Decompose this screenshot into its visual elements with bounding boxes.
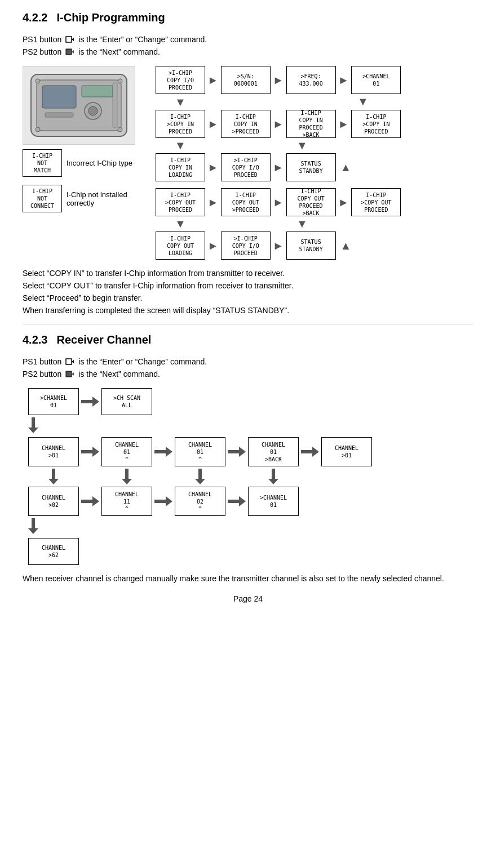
error-not-match-row: I-CHIP NOT MATCH Incorrect I-Chip type: [23, 149, 147, 177]
arrow-r5-2: ►: [273, 239, 284, 252]
ch-down-1: [28, 417, 473, 435]
flow-box-r4c2: I-CHIP COPY OUT >PROCEED: [221, 188, 271, 216]
flow-row-5: I-CHIP COPY OUT LOADING ► >I-CHIP COPY I…: [156, 232, 473, 260]
ch-row-2: CHANNEL >01 CHANNEL 01 ^ CHANNEL 01 ^ CH…: [28, 437, 473, 466]
down-arrows-1: ▼ ▼: [156, 95, 473, 109]
arrow-down-3-1: ▼: [175, 217, 186, 230]
ps1-label-423: PS1 button: [23, 357, 61, 366]
ch-box-r3c4: >CHANNEL 01: [248, 487, 299, 516]
ps2-line-423: PS2 button is the “Next” command.: [23, 369, 473, 379]
flow-box-r4c3: I-CHIP COPY OUT PROCEED >BACK: [286, 188, 336, 216]
ch-box-r3c3: CHANNEL 02 ^: [175, 487, 225, 516]
flow-box-r3c2: >I-CHIP COPY I/O PROCEED: [221, 153, 271, 181]
flow-box-r5c2: >I-CHIP COPY I/O PROCEED: [221, 232, 271, 260]
ch-row-4: CHANNEL >62: [28, 538, 473, 565]
ch-box-r4c1: CHANNEL >62: [28, 538, 79, 565]
down-arrows-2: ▼ ▼: [156, 139, 473, 152]
ps1-icon-423: [65, 357, 75, 367]
flow-box-r2c2: I-CHIP COPY IN >PROCEED: [221, 110, 271, 138]
ps1-desc-422: is the “Enter” or “Change” command.: [78, 35, 207, 44]
svg-point-12: [36, 79, 40, 83]
ps1-line-422: PS1 button is the “Enter” or “Change” co…: [23, 34, 473, 44]
svg-point-14: [36, 127, 40, 132]
svg-point-13: [118, 79, 122, 83]
ch-box-start1: >CHANNEL 01: [28, 388, 79, 415]
svg-point-9: [88, 106, 98, 115]
arrow-r4-2: ►: [273, 196, 284, 209]
svg-marker-30: [81, 496, 99, 506]
error-not-connect-row: I-CHIP NOT CONNECT I-Chip not installed …: [23, 185, 147, 212]
error-not-match-label: Incorrect I-Chip type: [67, 159, 132, 167]
arrow-down-1-4: ▼: [357, 95, 369, 109]
ch-box-r2c1: CHANNEL >01: [28, 437, 79, 466]
bold-arrow-down-r2c1: [48, 469, 59, 484]
ch-box-r3c1: CHANNEL >02: [28, 487, 79, 516]
ps2-icon-422: [65, 47, 75, 57]
arrow-r2-1: ►: [207, 118, 219, 131]
flow-box-r2c3: I-CHIP COPY IN PROCEED >BACK: [286, 110, 336, 138]
bold-arrow-down-r2c2: [122, 469, 132, 484]
error-not-match-text: I-CHIP NOT MATCH: [32, 152, 52, 174]
ps1-icon-422: [65, 34, 75, 44]
ch-down-3: [28, 518, 473, 536]
error-not-connect-label: I-Chip not installed correctly: [67, 190, 147, 207]
svg-marker-3: [72, 50, 74, 54]
flow-row-2: I-CHIP >COPY IN PROCEED ► I-CHIP COPY IN…: [156, 110, 473, 138]
bold-arrow-down-1: [28, 417, 38, 433]
flow-box-r1c1: >I-CHIP COPY I/O PROCEED: [156, 66, 205, 94]
bold-arrow-r2-4: [301, 447, 319, 457]
svg-rect-10: [45, 113, 73, 117]
ps2-line-422: PS2 button is the “Next” command.: [23, 47, 473, 57]
svg-rect-0: [66, 37, 72, 42]
ps2-desc-423: is the “Next” command.: [78, 370, 160, 379]
arrow-r4-3: ►: [338, 196, 349, 209]
svg-marker-26: [48, 469, 59, 484]
flow-row-4: I-CHIP >COPY OUT PROCEED ► I-CHIP COPY O…: [156, 188, 473, 216]
bold-arrow-down-r2c4: [268, 469, 278, 484]
svg-marker-29: [268, 469, 278, 484]
arrow-r2-2: ►: [273, 118, 284, 131]
error-not-connect-text: I-CHIP NOT CONNECT: [30, 188, 54, 210]
flow-box-r2c1: I-CHIP >COPY IN PROCEED: [156, 110, 205, 138]
section-title-422: I-Chip Programming: [56, 11, 165, 24]
svg-rect-6: [42, 86, 76, 108]
ch-row-3: CHANNEL >02 CHANNEL 11 ^ CHANNEL 02 ^ >C…: [28, 487, 473, 516]
ch-start-row: >CHANNEL 01 >CH SCAN ALL: [28, 388, 473, 415]
ichip-left-panel: I-CHIP NOT MATCH Incorrect I-Chip type I…: [23, 66, 147, 260]
section-title-423: Receiver Channel: [56, 333, 151, 346]
ch-box-r3c2: CHANNEL 11 ^: [101, 487, 152, 516]
svg-marker-22: [81, 447, 99, 457]
ch-box-r2c3: CHANNEL 01 ^: [175, 437, 225, 466]
channel-note: When receiver channel is changed manuall…: [23, 574, 473, 583]
flow-box-r1c3: >FREQ: 433.000: [286, 66, 336, 94]
svg-rect-18: [66, 371, 72, 377]
ichip-diagram: I-CHIP NOT MATCH Incorrect I-Chip type I…: [23, 66, 473, 260]
ps2-icon-423: [65, 369, 75, 379]
svg-rect-2: [66, 49, 72, 55]
section-423: 4.2.3 Receiver Channel PS1 button is the…: [23, 333, 473, 583]
arrow-r1-2: ►: [273, 74, 284, 87]
svg-marker-21: [28, 417, 38, 433]
flow-box-r5c3: STATUS STANDBY: [286, 232, 336, 260]
bold-arrow-down-3: [28, 518, 38, 534]
svg-marker-32: [228, 496, 246, 506]
device-image: [23, 66, 135, 145]
flow-box-r4c4: I-CHIP >COPY OUT PROCEED: [351, 188, 401, 216]
bold-arrow-start: [81, 397, 99, 407]
bold-arrow-r2-2: [154, 447, 172, 457]
svg-marker-33: [28, 518, 38, 534]
para3: Select “Proceed” to begin transfer.: [23, 293, 473, 302]
svg-marker-24: [228, 447, 246, 457]
page-number: Page 24: [23, 594, 473, 603]
svg-rect-16: [66, 359, 72, 364]
bold-arrow-r2-1: [81, 447, 99, 457]
ch-box-r2c4: CHANNEL 01 >BACK: [248, 437, 299, 466]
arrow-r1-1: ►: [207, 74, 219, 87]
section-number-422: 4.2.2: [23, 11, 47, 24]
flow-row-3: I-CHIP COPY IN LOADING ► >I-CHIP COPY I/…: [156, 153, 473, 181]
ps1-label-422: PS1 button: [23, 35, 61, 44]
ps2-desc-422: is the “Next” command.: [78, 47, 160, 56]
svg-rect-7: [82, 86, 113, 97]
arrow-down-3-3: ▼: [296, 217, 308, 230]
flow-box-r3c1: I-CHIP COPY IN LOADING: [156, 153, 205, 181]
